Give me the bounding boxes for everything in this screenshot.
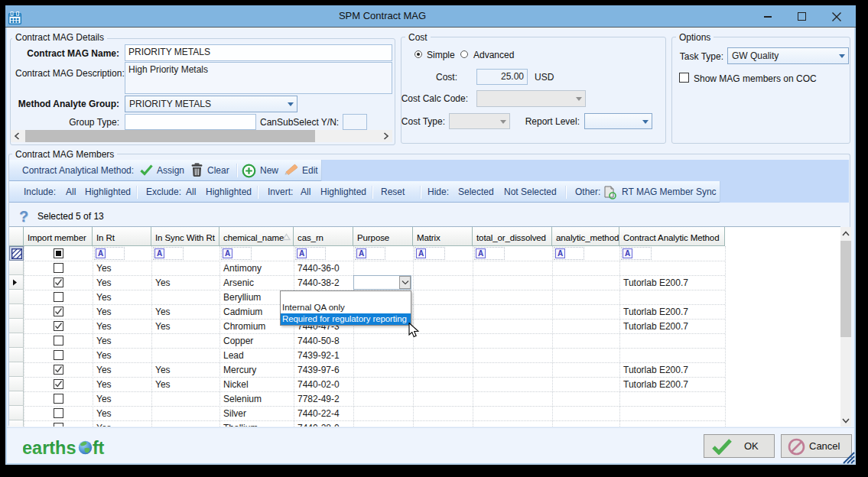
- svg-text:earths: earths: [23, 438, 76, 458]
- svg-text:ft: ft: [93, 438, 104, 458]
